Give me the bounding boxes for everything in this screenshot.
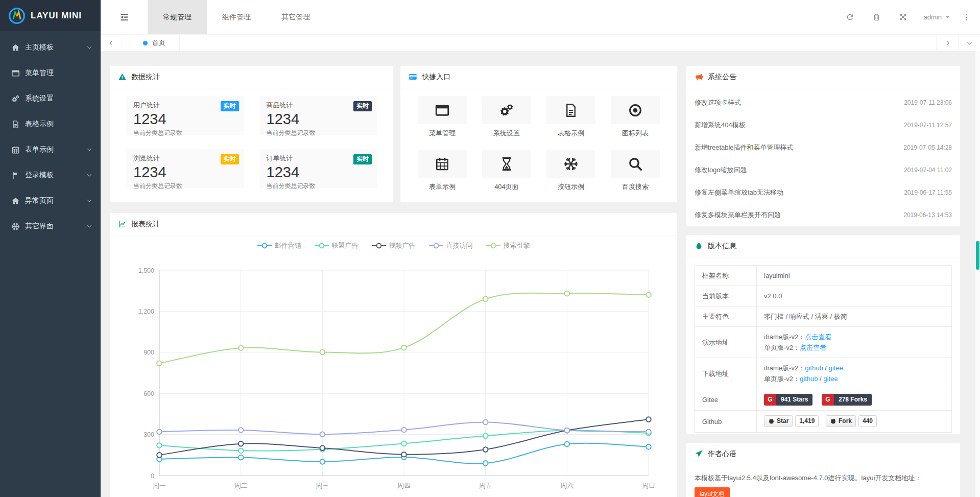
card-title: 作者心语 — [708, 449, 736, 459]
layui-doc-button[interactable]: layui文档 — [695, 487, 730, 497]
legend-label: 视频广告 — [389, 241, 416, 250]
tab-operations-dropdown[interactable] — [958, 35, 980, 51]
notice-title: 修复多模块菜单栏展开有问题 — [695, 210, 781, 220]
link-separator: / — [823, 364, 829, 372]
dl-iframe-gitee-link[interactable]: gitee — [828, 364, 843, 372]
sidebar-item-form-demo[interactable]: 表单示例 — [0, 137, 101, 162]
sidebar-item-other-ui[interactable]: 其它界面 — [0, 214, 101, 239]
demo-spa-link[interactable]: 点击查看 — [800, 344, 826, 351]
tab-scroll-right-button[interactable] — [936, 35, 958, 51]
notice-item[interactable]: 修复左侧菜单缩放tab无法移动2019-06-17 11:55 — [695, 181, 952, 204]
sidebar-item-label: 其它界面 — [25, 222, 54, 231]
svg-text:900: 900 — [144, 349, 154, 356]
notice-item[interactable]: 新增treetable插件和菜单管理样式2019-07-05 14:28 — [695, 136, 952, 159]
stat-value: 1234 — [267, 163, 370, 181]
quick-entry-system-setting[interactable]: 系统设置 — [482, 96, 531, 138]
user-menu[interactable]: admin — [917, 13, 958, 21]
top-tab-component[interactable]: 组件管理 — [207, 0, 266, 34]
sidebar-item-menu-manage[interactable]: 菜单管理 — [0, 60, 101, 86]
quick-entry-menu-manage[interactable]: 菜单管理 — [418, 96, 467, 138]
dot-circle-icon — [628, 103, 643, 118]
quick-entry-button-demo[interactable]: 按钮示例 — [546, 150, 595, 192]
link-separator: / — [818, 375, 823, 383]
expand-button[interactable] — [890, 13, 917, 21]
legend-item[interactable]: 联盟广告 — [315, 241, 358, 250]
svg-text:0: 0 — [151, 472, 154, 480]
legend-item[interactable]: 搜索引擎 — [486, 241, 530, 250]
top-tab-general[interactable]: 常规管理 — [148, 0, 207, 34]
stat-desc: 当前分类总记录数 — [133, 129, 237, 137]
sidebar-toggle-button[interactable] — [101, 0, 148, 34]
demo-iframe-link[interactable]: 点击查看 — [805, 333, 831, 341]
logo-text: LAYUI MINI — [31, 11, 82, 21]
trash-button[interactable] — [864, 13, 890, 21]
legend-item[interactable]: 直接访问 — [429, 241, 473, 250]
notice-item[interactable]: 新增系统404模板2019-07-11 12:57 — [695, 114, 952, 136]
quick-entry-label: 表格示例 — [546, 129, 595, 138]
row-label: 演示地址 — [695, 327, 757, 358]
more-actions-button[interactable] — [958, 13, 975, 21]
stat-desc: 当前分类总记录数 — [133, 182, 237, 191]
scrollbar-track[interactable] — [975, 51, 980, 497]
quick-entry-tile — [611, 96, 660, 124]
quick-entry-table-demo[interactable]: 表格示例 — [546, 96, 595, 138]
sidebar-item-error-page[interactable]: 异常页面 — [0, 188, 101, 214]
quick-entry-page-404[interactable]: 404页面 — [482, 150, 531, 192]
refresh-button[interactable] — [837, 13, 864, 21]
legend-label: 直接访问 — [446, 241, 473, 250]
chevron-right-icon — [944, 40, 951, 46]
window-icon — [11, 69, 20, 78]
card-header: 报表统计 — [110, 213, 677, 235]
quick-entry-tile — [546, 150, 595, 178]
dl-iframe-github-link[interactable]: github — [805, 364, 823, 372]
notice-date: 2019-07-11 12:57 — [904, 122, 952, 129]
tab-home[interactable]: 首页 — [129, 35, 180, 51]
page-tabbar: 首页 — [101, 35, 980, 52]
download-links: iframe版-v2：github / gitee 单页版-v2：github … — [757, 358, 952, 389]
svg-text:周四: 周四 — [397, 482, 411, 489]
more-vert-icon — [962, 13, 970, 21]
notice-item[interactable]: 修复多模块菜单栏展开有问题2019-06-13 14:53 — [695, 204, 952, 226]
notice-item[interactable]: 修改选项卡样式2019-07-11 23:06 — [695, 91, 952, 114]
sidebar-item-system-setting[interactable]: 系统设置 — [0, 86, 101, 111]
quick-entry-form-demo[interactable]: 表单示例 — [418, 150, 467, 192]
sidebar-item-home-template[interactable]: 主页模板 — [0, 35, 101, 60]
quick-entry-label: 404页面 — [482, 182, 531, 192]
logo[interactable]: LAYUI MINI — [0, 0, 101, 31]
sidebar-item-table-demo[interactable]: 表格示例 — [0, 111, 101, 137]
warning-icon — [118, 73, 127, 81]
github-star-widget[interactable]: Star 1,419 — [764, 415, 819, 427]
github-fork-widget[interactable]: Fork 440 — [826, 415, 877, 427]
calendar-icon — [435, 156, 450, 172]
report-chart: 周一周二周三周四周五周六周日03006009001,2001,500 — [117, 253, 670, 497]
quick-entry-icon-list[interactable]: 图标列表 — [611, 96, 660, 138]
stat-value: 1234 — [133, 110, 237, 128]
chevron-down-icon — [966, 40, 973, 46]
dl-spa-gitee-link[interactable]: gitee — [823, 375, 838, 383]
table-row: 当前版本 v2.0.0 — [695, 286, 952, 306]
table-row: 主要特色 零门槛 / 响应式 / 清爽 / 极简 — [695, 306, 952, 327]
notice-list: 修改选项卡样式2019-07-11 23:06新增系统404模板2019-07-… — [686, 88, 960, 226]
gitee-forks-badge[interactable]: G278 Forks — [822, 394, 872, 406]
legend-marker-icon — [372, 243, 386, 249]
demo-links: iframe版-v2：点击查看 单页版-v2：点击查看 — [757, 327, 952, 358]
legend-item[interactable]: 视频广告 — [372, 241, 416, 250]
gitee-logo-icon: G — [764, 394, 776, 406]
hourglass-icon — [499, 156, 514, 172]
quick-entry-baidu-search[interactable]: 百度搜索 — [611, 150, 660, 192]
menu-toggle-icon — [119, 12, 130, 22]
stats-grid: 用户统计1234当前分类总记录数实时商品统计1234当前分类总记录数实时浏览统计… — [110, 88, 393, 188]
notice-item[interactable]: 修改logo缩放问题2019-07-04 11:02 — [695, 159, 952, 181]
github-octocat-icon — [768, 418, 775, 424]
svg-text:300: 300 — [144, 431, 154, 438]
dl-spa-github-link[interactable]: github — [800, 375, 818, 383]
top-tab-other[interactable]: 其它管理 — [266, 0, 325, 34]
scrollbar-thumb[interactable] — [976, 241, 979, 270]
notice-date: 2019-06-17 11:55 — [904, 189, 952, 196]
sidebar-item-login-template[interactable]: 登录模板 — [0, 162, 101, 188]
demo-line2-prefix: 单页版-v2： — [764, 344, 800, 351]
legend-item[interactable]: 邮件营销 — [257, 241, 301, 250]
gitee-stars-badge[interactable]: G941 Stars — [764, 394, 812, 406]
author-body: 本模板基于layui2.5.4以及font-awesome-4.7.0进行实现。… — [686, 465, 960, 497]
tab-scroll-left-button[interactable] — [101, 35, 122, 51]
